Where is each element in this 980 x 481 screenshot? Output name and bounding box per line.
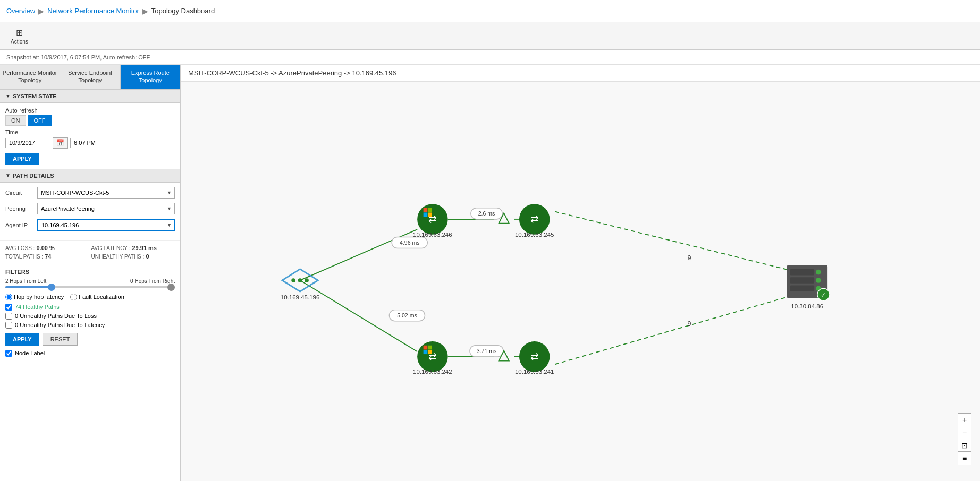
peering-select[interactable]: AzurePrivatePeering [37,203,175,214]
destination-node[interactable]: ✓ [787,265,830,300]
filter-btn-row: APPLY RESET [5,333,175,346]
svg-point-49 [816,278,821,283]
breadcrumb-npm[interactable]: Network Performance Monitor [47,7,139,15]
svg-text:10.169.63.241: 10.169.63.241 [515,368,554,375]
breadcrumb: Overview ▶ Network Performance Monitor ▶… [6,7,215,15]
node-n1[interactable]: ⇄ [417,204,448,235]
toggle-on-button[interactable]: ON [5,115,26,126]
svg-point-23 [305,278,309,282]
radio-fault-input[interactable] [70,294,77,300]
peering-label: Peering [5,205,37,212]
path-details-header[interactable]: ▼ PATH DETAILS [0,169,180,183]
radio-hop-label[interactable]: Hop by hop latency [5,294,64,300]
system-state-header[interactable]: ▼ SYSTEM STATE [0,89,180,103]
healthy-paths-check: 74 Healthy Paths [5,304,175,311]
svg-text:⇄: ⇄ [530,351,539,362]
radio-fault-label[interactable]: Fault Localization [70,294,124,300]
topology-svg: 4.96 ms 2.6 ms 5.02 ms 3.71 ms 9 9 [181,82,980,479]
svg-text:2.6 ms: 2.6 ms [478,210,495,217]
toggle-off-button[interactable]: OFF [28,115,52,126]
svg-rect-27 [428,208,432,212]
svg-point-47 [816,270,821,275]
breadcrumb-overview[interactable]: Overview [6,7,35,15]
svg-text:3.71 ms: 3.71 ms [477,348,496,354]
agent-ip-select[interactable]: 10.169.45.196 [37,219,175,231]
breadcrumb-sep-2: ▶ [142,7,148,15]
date-input[interactable] [5,138,50,148]
slider-thumb-right[interactable] [167,284,175,291]
filter-apply-button[interactable]: APPLY [5,333,39,346]
svg-point-22 [298,278,302,282]
radio-hop-input[interactable] [5,294,12,300]
path-details-caret: ▼ [5,173,11,178]
radio-row: Hop by hop latency Fault Localization [5,294,175,300]
time-input[interactable] [70,138,107,148]
circuit-select-wrapper: MSIT-CORP-WCUS-Ckt-5 [37,187,175,199]
hop-slider[interactable] [5,286,175,288]
svg-rect-48 [790,277,814,284]
healthy-paths-checkbox[interactable] [5,304,12,311]
unhealthy-loss-check: 0 Unhealthy Paths Due To Loss [5,313,175,320]
agent-ip-select-wrapper: 10.169.45.196 [37,219,175,231]
unhealthy-paths-value: 0 [146,253,149,260]
circuit-row: Circuit MSIT-CORP-WCUS-Ckt-5 [5,187,175,199]
slider-thumb-left[interactable] [48,284,55,291]
system-state-form: Auto-refresh ON OFF Time 📅 APPLY [0,103,180,169]
zoom-fit-button[interactable]: ⊡ [958,439,971,452]
actions-icon: ⊞ [16,28,23,38]
zoom-out-button[interactable]: − [958,426,971,439]
avg-latency-stat: AVG LATENCY : 29.91 ms [91,245,175,251]
main-layout: Performance Monitor Topology Service End… [0,65,980,481]
unhealthy-latency-check: 0 Unhealthy Paths Due To Latency [5,322,175,329]
apply-time-button[interactable]: APPLY [5,153,39,165]
total-paths-value: 74 [45,253,51,260]
svg-rect-46 [790,269,814,276]
svg-text:10.30.84.86: 10.30.84.86 [791,303,823,310]
unhealthy-latency-checkbox[interactable] [5,322,12,329]
svg-text:9: 9 [687,320,691,328]
svg-rect-26 [424,208,428,212]
unhealthy-paths-stat: UNHEALTHY PATHS : 0 [91,253,175,260]
node-n3[interactable]: ⇄ [417,341,448,372]
toolbar: ⊞ Actions [0,22,980,50]
node-label-checkbox[interactable] [5,350,12,357]
tab-bar: Performance Monitor Topology Service End… [0,65,180,89]
node-label-row: Node Label [5,350,175,357]
header: Overview ▶ Network Performance Monitor ▶… [0,0,980,22]
svg-text:⇄: ⇄ [428,351,437,362]
path-details-title: PATH DETAILS [13,173,54,179]
map-title: MSIT-CORP-WCUS-Ckt-5 -> AzurePrivatePeer… [181,65,980,82]
avg-loss-stat: AVG LOSS : 0.00 % [5,245,89,251]
svg-text:10.169.45.196: 10.169.45.196 [281,294,320,300]
node-label-text: Node Label [15,350,45,356]
time-label: Time [5,129,175,135]
path-details-form: Circuit MSIT-CORP-WCUS-Ckt-5 Peering Azu… [0,183,180,240]
zoom-list-button[interactable]: ≡ [958,452,971,465]
node-n2[interactable]: ⇄ [519,204,550,235]
avg-loss-value: 0.00 % [36,245,54,251]
toggle-row: ON OFF [5,115,175,126]
sidebar: Performance Monitor Topology Service End… [0,65,181,481]
peering-row: Peering AzurePrivatePeering [5,203,175,214]
tab-performance[interactable]: Performance Monitor Topology [0,65,60,89]
filter-reset-button[interactable]: RESET [43,333,78,346]
tab-express[interactable]: Express Route Topology [121,65,180,89]
system-state-caret: ▼ [5,93,11,99]
actions-label: Actions [11,39,28,45]
avg-latency-value: 29.91 ms [132,245,156,251]
tab-service[interactable]: Service Endpoint Topology [60,65,120,89]
unhealthy-loss-label: 0 Unhealthy Paths Due To Loss [15,313,97,319]
hops-right-label: 0 Hops From Right [130,278,175,284]
svg-rect-28 [424,212,428,217]
snapshot-bar: Snapshot at: 10/9/2017, 6:07:54 PM, Auto… [0,50,980,65]
calendar-button[interactable]: 📅 [53,137,68,149]
circuit-select[interactable]: MSIT-CORP-WCUS-Ckt-5 [37,187,175,199]
stats-section: AVG LOSS : 0.00 % AVG LATENCY : 29.91 ms… [0,240,180,264]
svg-text:✓: ✓ [821,291,826,299]
avg-loss-label: AVG LOSS : [5,245,35,251]
actions-button[interactable]: ⊞ Actions [6,25,32,47]
unhealthy-loss-checkbox[interactable] [5,313,12,320]
svg-rect-50 [790,286,814,292]
node-n4[interactable]: ⇄ [519,341,550,372]
zoom-in-button[interactable]: + [958,414,971,426]
